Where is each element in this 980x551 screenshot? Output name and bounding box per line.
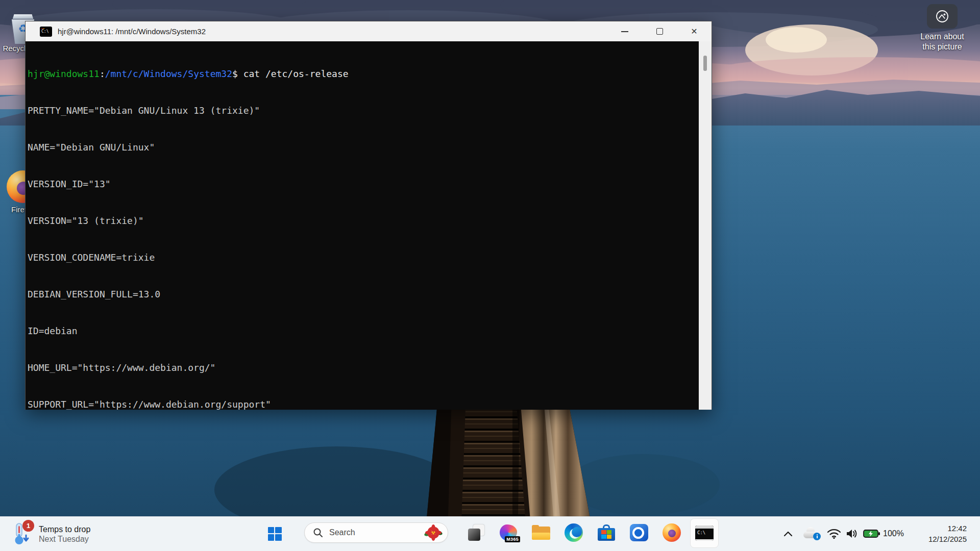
- terminal-scrollbar[interactable]: [699, 41, 712, 410]
- scrollbar-thumb[interactable]: [703, 56, 707, 71]
- info-badge-icon: [813, 533, 821, 540]
- terminal-output-line: SUPPORT_URL="https://www.debian.org/supp…: [28, 398, 699, 410]
- chevron-up-icon: [783, 531, 793, 537]
- learn-about-picture-text: Learn about this picture: [919, 32, 966, 52]
- close-icon: ✕: [691, 28, 697, 36]
- weather-widget[interactable]: 1 Temps to drop Next Tuesday: [9, 520, 90, 548]
- tray-date: 12/12/2025: [928, 534, 967, 544]
- speaker-icon: [846, 528, 859, 539]
- file-explorer-button[interactable]: [529, 517, 553, 548]
- learn-about-picture-widget[interactable]: Learn about this picture: [919, 4, 966, 52]
- recycle-bin-lid: [11, 14, 35, 19]
- terminal-output-line: HOME_URL="https://www.debian.org/": [28, 362, 699, 374]
- wifi-tray-button[interactable]: [825, 516, 843, 551]
- clock[interactable]: 12:42 12/12/2025: [928, 516, 967, 551]
- wifi-icon: [827, 528, 841, 539]
- windows-logo-icon: [268, 527, 282, 541]
- search-placeholder: Search: [329, 528, 355, 537]
- window-title: hjr@windows11: /mnt/c/Windows/System32: [58, 27, 206, 36]
- maximize-button[interactable]: [642, 21, 677, 41]
- microsoft-store-button[interactable]: [594, 517, 619, 548]
- terminal-output-line: VERSION_ID="13": [28, 178, 699, 190]
- edge-button[interactable]: [561, 517, 586, 548]
- start-button[interactable]: [263, 517, 286, 550]
- weather-headline: Temps to drop: [39, 525, 90, 534]
- picture-info-icon[interactable]: [927, 4, 958, 29]
- tray-time: 12:42: [947, 523, 967, 534]
- volume-tray-button[interactable]: [843, 516, 862, 551]
- weather-subtext: Next Tuesday: [39, 535, 90, 544]
- minimize-icon: [621, 31, 628, 32]
- terminal-output-line: ID=debian: [28, 325, 699, 337]
- onedrive-cloud-icon: [803, 528, 820, 539]
- m365-copilot-button[interactable]: M365: [496, 517, 521, 548]
- desktop-screen: ♻ Recycle Bin Firefox Learn about this p…: [0, 0, 980, 551]
- terminal-output-line: PRETTY_NAME="Debian GNU/Linux 13 (trixie…: [28, 105, 699, 117]
- terminal-content[interactable]: hjr@windows11:/mnt/c/Windows/System32$ c…: [26, 41, 699, 410]
- m365-copilot-icon: M365: [500, 524, 517, 541]
- terminal-output-line: VERSION_CODENAME=trixie: [28, 252, 699, 264]
- terminal-prompt-line: hjr@windows11:/mnt/c/Windows/System32$ c…: [28, 68, 699, 80]
- terminal-command: cat /etc/os-release: [238, 68, 349, 79]
- outlook-icon: [630, 524, 648, 541]
- terminal-app-icon: C:\: [695, 525, 714, 541]
- store-icon: [598, 524, 615, 541]
- tray-chevron-button[interactable]: [780, 516, 796, 551]
- minimize-button[interactable]: [607, 21, 642, 41]
- search-icon: [313, 528, 323, 538]
- poinsettia-icon: [424, 524, 443, 542]
- task-view-icon: [468, 524, 485, 541]
- terminal-output-line: VERSION="13 (trixie)": [28, 215, 699, 227]
- terminal-window-icon: ●● C:\: [40, 27, 52, 37]
- terminal-window[interactable]: ●● C:\ hjr@windows11: /mnt/c/Windows/Sys…: [25, 21, 712, 410]
- battery-tray-button[interactable]: 100%: [862, 516, 905, 551]
- task-view-button[interactable]: [464, 517, 488, 548]
- outlook-button[interactable]: [627, 517, 651, 548]
- onedrive-tray-button[interactable]: [801, 516, 822, 551]
- terminal-output-line: DEBIAN_VERSION_FULL=13.0: [28, 288, 699, 300]
- notification-badge: 1: [22, 520, 34, 532]
- close-button[interactable]: ✕: [677, 21, 712, 41]
- terminal-button-active[interactable]: C:\: [690, 518, 719, 548]
- firefox-button[interactable]: [659, 517, 684, 548]
- terminal-titlebar[interactable]: ●● C:\ hjr@windows11: /mnt/c/Windows/Sys…: [26, 21, 712, 41]
- battery-icon: [863, 529, 880, 538]
- terminal-output-line: NAME="Debian GNU/Linux": [28, 141, 699, 154]
- folder-icon: [532, 525, 550, 540]
- firefox-icon: [663, 523, 681, 542]
- edge-icon: [565, 523, 583, 542]
- search-box[interactable]: Search: [304, 522, 448, 543]
- battery-percent: 100%: [883, 529, 904, 538]
- maximize-icon: [656, 28, 663, 35]
